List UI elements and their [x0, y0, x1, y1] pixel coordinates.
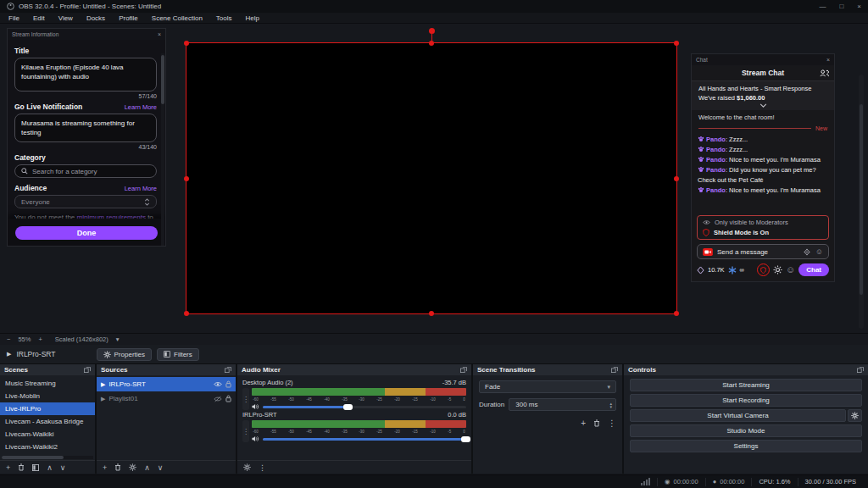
dock-popout-icon[interactable]: [225, 367, 231, 373]
visibility-eye-off-icon[interactable]: [214, 396, 222, 402]
properties-button[interactable]: Properties: [97, 348, 152, 361]
menu-item[interactable]: Tools: [209, 13, 239, 23]
transform-handle-mid-right[interactable]: [674, 176, 679, 181]
menu-item[interactable]: Scene Collection: [145, 13, 209, 23]
scenes-horizontal-scrollbar[interactable]: [2, 456, 93, 459]
scene-item[interactable]: Livecam-Waikiki: [0, 428, 95, 441]
menu-item[interactable]: View: [52, 13, 80, 23]
dock-popout-icon[interactable]: [460, 367, 467, 373]
transform-handle-bottom-right[interactable]: [674, 311, 679, 316]
audience-learn-more-link[interactable]: Learn More: [125, 185, 157, 192]
duration-decrement-icon[interactable]: ▾: [609, 405, 612, 408]
dock-popout-icon[interactable]: [611, 367, 618, 373]
move-source-down-button[interactable]: ∨: [158, 463, 164, 472]
transform-handle-top-left[interactable]: [184, 41, 189, 46]
transform-handle-top-right[interactable]: [674, 41, 679, 46]
move-source-up-button[interactable]: ∧: [144, 463, 150, 472]
speaker-icon[interactable]: [252, 403, 259, 410]
volume-slider-handle[interactable]: [461, 436, 470, 442]
chevron-down-icon[interactable]: [760, 103, 767, 108]
zoom-out-button[interactable]: −: [7, 336, 10, 343]
emote-picker-icon[interactable]: ☺: [815, 248, 823, 256]
chat-messages[interactable]: Pando Zzzz... Pando Zzzz...: [692, 134, 834, 214]
remove-scene-button[interactable]: [18, 463, 25, 471]
stream-information-titlebar[interactable]: Stream Information ×: [8, 29, 165, 40]
speaker-icon[interactable]: [252, 435, 259, 442]
control-button[interactable]: Start Recording: [630, 394, 862, 407]
move-scene-down-button[interactable]: ∨: [60, 463, 66, 472]
transform-handle-top-center[interactable]: [429, 41, 434, 46]
stream-title-input[interactable]: Kilauea Eruption (Episode 40 lava founta…: [14, 58, 157, 92]
volume-slider-handle[interactable]: [343, 404, 353, 410]
mixer-settings-gear-button[interactable]: [243, 463, 251, 471]
combo-icon[interactable]: [728, 266, 737, 274]
control-button[interactable]: Studio Mode: [630, 424, 862, 437]
channel-grip-icon[interactable]: ⋮: [242, 388, 249, 410]
menu-item[interactable]: Docks: [80, 13, 112, 23]
chat-settings-gear-icon[interactable]: [773, 265, 782, 274]
sources-header[interactable]: Sources: [97, 364, 236, 375]
channel-grip-icon[interactable]: ⋮: [242, 420, 249, 442]
filters-button[interactable]: Filters: [157, 348, 199, 361]
close-icon[interactable]: ×: [158, 31, 161, 37]
transition-menu-kebab-icon[interactable]: ⋮: [608, 419, 616, 428]
scene-item[interactable]: Livecam-Waikiki2: [0, 441, 95, 453]
source-item[interactable]: ▶ Playlist01: [97, 391, 236, 406]
chat-message-input[interactable]: Send a message ☺: [697, 244, 829, 259]
mixer-menu-kebab-icon[interactable]: ⋮: [259, 463, 266, 472]
expand-icon[interactable]: ▶: [101, 396, 105, 402]
remove-transition-button[interactable]: [593, 419, 600, 427]
lock-icon[interactable]: [225, 395, 231, 402]
expand-icon[interactable]: ▶: [101, 381, 105, 388]
zoom-in-button[interactable]: +: [38, 336, 42, 343]
go-live-learn-more-link[interactable]: Learn More: [125, 103, 157, 111]
add-scene-button[interactable]: +: [6, 463, 10, 472]
stream-information-scrollbar[interactable]: [161, 53, 164, 246]
charity-banner[interactable]: All Hands and Hearts - Smart Response We…: [692, 81, 834, 110]
source-properties-gear-button[interactable]: [129, 463, 136, 471]
volume-slider[interactable]: [263, 406, 466, 408]
viewer-list-icon[interactable]: [820, 69, 829, 77]
rotation-handle[interactable]: [429, 28, 435, 34]
volume-slider[interactable]: [263, 438, 466, 441]
scene-item[interactable]: Live-IRLPro: [0, 402, 95, 415]
chat-titlebar[interactable]: Chat ×: [692, 54, 834, 65]
transform-handle-bottom-left[interactable]: [184, 311, 189, 316]
channel-points-icon[interactable]: [697, 266, 704, 274]
main-vertical-scrollbar[interactable]: [859, 75, 864, 329]
transform-handle-bottom-center[interactable]: [429, 311, 434, 316]
dock-popout-icon[interactable]: [84, 367, 91, 373]
scene-item[interactable]: Music Streaming: [0, 377, 95, 390]
go-live-input[interactable]: Murasama is streaming something for test…: [14, 114, 157, 142]
add-transition-button[interactable]: +: [581, 419, 586, 428]
move-scene-up-button[interactable]: ∧: [47, 463, 53, 472]
zoom-dropdown-icon[interactable]: ▾: [116, 336, 120, 343]
audio-mixer-header[interactable]: Audio Mixer: [237, 364, 471, 375]
category-search-input[interactable]: Search for a category: [14, 164, 157, 178]
remove-source-button[interactable]: [114, 463, 121, 471]
control-button[interactable]: Start Virtual Camera: [630, 409, 846, 422]
done-button[interactable]: Done: [15, 226, 158, 240]
preview-canvas[interactable]: [186, 42, 677, 314]
control-button[interactable]: Start Streaming: [630, 379, 862, 391]
minimize-button[interactable]: —: [819, 3, 826, 10]
shield-mode-button[interactable]: [757, 263, 770, 276]
close-icon[interactable]: ×: [826, 57, 830, 63]
lock-icon[interactable]: [225, 380, 231, 388]
scene-filters-button[interactable]: [32, 464, 39, 471]
emotes-icon[interactable]: ☺: [786, 266, 795, 274]
controls-header[interactable]: Controls: [624, 364, 868, 375]
duration-input[interactable]: 300 ms ▴ ▾: [509, 398, 616, 411]
virtual-camera-settings-button[interactable]: [848, 409, 862, 422]
transform-handle-mid-left[interactable]: [184, 176, 189, 181]
menu-item[interactable]: Help: [239, 13, 266, 23]
control-button[interactable]: Settings: [630, 440, 862, 452]
menu-item[interactable]: Edit: [26, 13, 52, 23]
maximize-button[interactable]: □: [839, 3, 843, 10]
source-item[interactable]: ▶ IRLPro-SRT: [97, 377, 236, 391]
visibility-eye-icon[interactable]: [214, 381, 222, 387]
scene-transitions-header[interactable]: Scene Transitions: [473, 364, 622, 375]
menu-item[interactable]: File: [2, 13, 26, 23]
stream-together-icon[interactable]: [703, 248, 713, 256]
audience-select[interactable]: Everyone: [14, 195, 157, 208]
